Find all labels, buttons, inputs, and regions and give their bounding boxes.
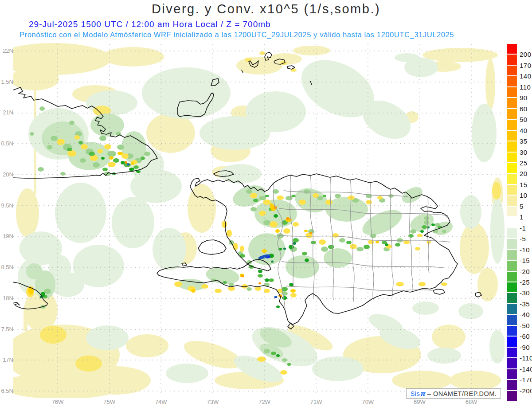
colorbar-tick-label: 30 <box>520 149 528 156</box>
colorbar-cell <box>507 282 517 292</box>
colorbar-cell <box>507 261 517 270</box>
colorbar-cell <box>507 217 517 227</box>
colorbar-tick-label: -25 <box>520 278 530 286</box>
lon-tick-label: 71W <box>310 399 322 405</box>
colorbar-cell <box>507 369 517 379</box>
colorbar-cell <box>507 380 517 390</box>
colorbar-cell <box>507 141 517 151</box>
colorbar-tick-label: -15 <box>520 257 530 264</box>
colorbar-cell <box>507 98 517 108</box>
lon-tick-label: 68W <box>466 399 477 405</box>
colorbar-tick-label: -90 <box>520 344 530 351</box>
lat-tick-label: 0.5N <box>0 140 13 147</box>
field-shading <box>13 43 505 398</box>
colorbar-cell <box>507 174 517 184</box>
colorbar-cell <box>507 131 517 141</box>
colorbar-tick-label: -140 <box>520 365 532 373</box>
colorbar-tick-label: -10 <box>520 246 530 254</box>
colorbar-cell <box>507 163 517 173</box>
colorbar-cell <box>507 87 517 97</box>
colorbar-cell <box>507 207 517 216</box>
lon-tick-label: 70W <box>362 399 374 405</box>
colorbar-cell <box>507 185 517 195</box>
lon-tick-label: 72W <box>258 399 270 405</box>
lon-tick-label: 75W <box>103 399 115 405</box>
lat-tick-label: 1.5N <box>0 78 13 85</box>
valid-time-subtitle: 29-Jul-2025 1500 UTC / 12:00 am Hora Loc… <box>29 20 271 29</box>
colorbar-cell <box>507 326 517 336</box>
lat-tick-label: 6.5N <box>0 388 13 394</box>
colorbar-cell <box>507 315 517 325</box>
colorbar-cell <box>507 44 517 54</box>
colorbar-tick-label: -60 <box>520 333 530 340</box>
colorbar-tick-label: -170 <box>520 376 532 384</box>
colorbar-cell <box>507 109 517 119</box>
colorbar-tick-label: 5 <box>520 203 524 210</box>
colorbar-tick-label: 25 <box>520 159 528 167</box>
attribution-app: Sis <box>411 390 420 397</box>
lon-tick-label: 73W <box>207 399 219 405</box>
colorbar-cell <box>507 304 517 314</box>
colorbar-tick-label: -50 <box>520 322 530 329</box>
coast-saona <box>433 289 445 294</box>
colorbar-tick-label: 1 <box>520 213 524 221</box>
weather-map-page: Diverg. y Conv. x10^5 (1/s,somb.) 29-Jul… <box>0 0 532 411</box>
colorbar-tick-label: 15 <box>520 181 528 188</box>
colorbar-cell <box>507 293 517 303</box>
attribution-box: Sisπ – ONAMET/REP.DOM. <box>406 388 501 399</box>
colorbar-tick-label: 35 <box>520 137 528 145</box>
lat-tick-label: 7.5N <box>0 326 13 333</box>
colorbar-cell <box>507 66 517 75</box>
lat-tick-label: 20N <box>0 171 13 178</box>
colorbar-cell <box>507 120 517 129</box>
colorbar-tick-label: 20 <box>520 170 528 177</box>
lat-tick-label: 21N <box>0 109 13 116</box>
colorbar-cell <box>507 153 517 162</box>
colorbar <box>507 44 517 402</box>
colorbar-cell <box>507 55 517 64</box>
page-title: Diverg. y Conv. x10^5 (1/s,somb.) <box>0 2 532 16</box>
coast-cayemites <box>182 263 187 266</box>
lat-tick-label: 17N <box>0 356 13 363</box>
colorbar-tick-label: 10 <box>520 192 528 199</box>
colorbar-tick-label: -20 <box>520 268 530 275</box>
lat-tick-label: 19N <box>0 233 13 239</box>
colorbar-tick-label: -30 <box>520 289 530 297</box>
colorbar-tick-label: -110 <box>520 354 532 362</box>
colorbar-tick-label: 40 <box>520 127 528 134</box>
map-canvas <box>13 43 505 398</box>
attribution-org: – ONAMET/REP.DOM. <box>425 390 497 397</box>
colorbar-tick-label: 50 <box>520 116 528 123</box>
colorbar-cell <box>507 239 517 249</box>
colorbar-tick-label: -5 <box>520 235 526 243</box>
colorbar-tick-label: -1 <box>520 224 526 232</box>
colorbar-tick-label: -200 <box>520 387 532 395</box>
lon-tick-label: 69W <box>414 399 426 405</box>
colorbar-cell <box>507 196 517 205</box>
colorbar-cell <box>507 250 517 260</box>
lon-tick-label: 74W <box>155 399 167 405</box>
colorbar-tick-label: 110 <box>520 83 531 91</box>
lat-tick-label: 18N <box>0 295 13 301</box>
colorbar-tick-label: 60 <box>520 105 528 113</box>
colorbar-tick-label: 140 <box>520 72 532 80</box>
coast-gonave <box>198 240 226 254</box>
attribution-pi-logo: π <box>420 390 425 397</box>
lat-tick-label: 9.5N <box>0 202 13 209</box>
lon-tick-label: 76W <box>52 399 64 405</box>
colorbar-tick-label: 170 <box>520 62 532 69</box>
colorbar-tick-label: -40 <box>520 311 530 318</box>
colorbar-tick-label: -35 <box>520 300 530 308</box>
lat-tick-label: 8.5N <box>0 264 13 270</box>
colorbar-cell <box>507 348 517 357</box>
colorbar-cell <box>507 228 517 238</box>
lat-tick-label: 22N <box>0 47 13 54</box>
colorbar-cell <box>507 337 517 346</box>
model-init-subtitle: Pronóstico con el Modelo Atmósferico WRF… <box>20 31 454 39</box>
colorbar-cell <box>507 76 517 86</box>
colorbar-tick-label: 90 <box>520 94 528 102</box>
colorbar-tick-label: 200 <box>520 51 532 58</box>
colorbar-cell <box>507 358 517 368</box>
colorbar-cell <box>507 272 517 282</box>
colorbar-cell <box>507 391 517 401</box>
